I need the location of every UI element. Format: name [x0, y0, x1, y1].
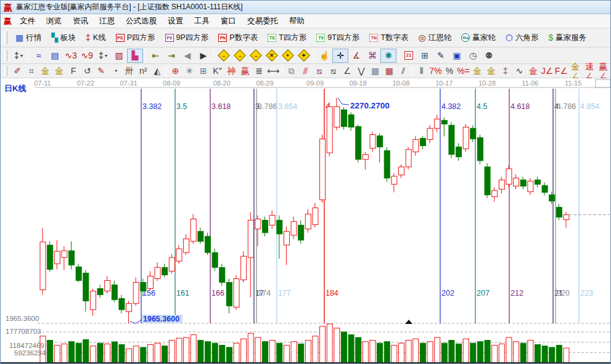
color-histogram-tool[interactable]: ▙ — [127, 49, 143, 63]
system-info-tool[interactable]: ⚉ — [481, 49, 497, 63]
t-number-button[interactable]: TNT数字表 — [364, 30, 413, 45]
first-bar-button[interactable]: ⇤ — [147, 49, 163, 63]
menu-trade[interactable]: 交易委托 — [242, 14, 284, 28]
angle-measure-tool[interactable]: ∡ — [348, 49, 364, 63]
high-annotation[interactable]: 2270.2700 — [350, 101, 390, 110]
percent-strike-tool[interactable]: 7% — [429, 65, 443, 77]
crosshair-tool[interactable]: ✛ — [332, 49, 348, 63]
hand-drag-tool[interactable]: ☝ — [316, 49, 332, 63]
fractal-tool[interactable]: ✺ — [380, 49, 396, 63]
percent-line-tool[interactable]: %= — [456, 65, 470, 77]
calendar-tool[interactable]: 21 — [401, 49, 417, 63]
f-angle-tool[interactable]: F∠ — [554, 65, 568, 77]
angle-ruler-tool[interactable]: ◭ — [150, 65, 165, 77]
ying-tool[interactable]: 赢 — [238, 65, 252, 77]
quotes-button[interactable]: ▦行情 — [10, 30, 46, 45]
gold-circle-tool[interactable]: 金 — [470, 65, 485, 77]
candle — [399, 167, 404, 175]
hexagon-button[interactable]: ⬡六角形 — [501, 30, 544, 45]
gold-line-tool[interactable]: 金 — [485, 65, 499, 77]
su-angle-tool[interactable]: 速∠ — [583, 65, 597, 77]
gann-wheel-button[interactable]: ◎江恩轮 — [414, 30, 457, 45]
kline-style-dropdown[interactable]: ‡▾ — [10, 49, 27, 63]
gold-angle-tool[interactable]: 金∠ — [568, 65, 583, 77]
gann-gold-grid-tool[interactable]: 金 — [38, 65, 52, 77]
zoom-out-button[interactable]: ✕ — [264, 49, 280, 63]
save-tool[interactable]: ▣ — [449, 49, 465, 63]
zoom-all-button[interactable]: ✦ — [296, 49, 312, 63]
span-arrow-tool[interactable]: ⟷ — [266, 65, 281, 77]
winner-service-button[interactable]: $赢家服务 — [543, 30, 591, 45]
menu-help[interactable]: 帮助 — [284, 14, 310, 28]
dot-grid-tool[interactable]: ▩ — [368, 65, 382, 77]
gann-n2-tool[interactable]: n² — [136, 65, 150, 77]
box-pattern-tool[interactable]: ▨ — [111, 49, 127, 63]
percent-tool[interactable]: % — [443, 65, 457, 77]
menu-browse[interactable]: 浏览 — [41, 14, 67, 28]
gold-under-tool[interactable]: 金 — [527, 65, 541, 77]
gann-f-grid-tool[interactable]: F — [67, 65, 81, 77]
k-marks-tool[interactable]: K″ — [210, 65, 224, 77]
gann-box-tool[interactable]: ⌘ — [364, 49, 380, 63]
wave-3-tool[interactable]: ∿3 — [63, 49, 79, 63]
black-fan-box-tool[interactable]: ⧅ — [326, 65, 340, 77]
menu-news[interactable]: 资讯 — [67, 14, 94, 28]
memo-tool[interactable]: ✎ — [433, 49, 449, 63]
gann-grid-tool[interactable]: ⌗ — [25, 65, 39, 77]
brush-tool[interactable]: ✐ — [10, 65, 25, 77]
gann-comb-tool[interactable]: 卅 — [122, 65, 136, 77]
red-grid-tool[interactable]: ▦ — [382, 65, 396, 77]
9p-square-button[interactable]: P99P四方形 — [160, 30, 214, 45]
red-fan-tool[interactable]: ⫻ — [298, 65, 313, 77]
grid-frame-tool[interactable]: ⧉ — [284, 65, 298, 77]
gann-spiral-tool[interactable]: ↺ — [80, 65, 94, 77]
p-number-button[interactable]: PNP数字表 — [213, 30, 263, 45]
zoom-cross-button[interactable]: + — [280, 49, 296, 63]
menu-file[interactable]: 文件 — [14, 14, 41, 28]
p-square-button[interactable]: PSP四方形 — [111, 30, 160, 45]
kline-button[interactable]: ‡K线 — [81, 30, 111, 45]
calculator-tool[interactable]: ⊞ — [417, 49, 433, 63]
menu-settings[interactable]: 设置 — [162, 14, 189, 28]
menu-bar: 赢 文件 浏览 资讯 江恩 公式选股 设置 工具 窗口 交易委托 帮助 — [1, 14, 610, 28]
parallel-lines-tool[interactable]: ⫽ — [396, 65, 411, 77]
zoom-horizontal-button[interactable]: ↔ — [248, 49, 264, 63]
last-bar-button[interactable]: ⇥ — [163, 49, 179, 63]
ruler-123-tool[interactable]: ≣ — [252, 65, 266, 77]
ying-angle-tool[interactable]: 赢∠ — [596, 65, 610, 77]
menu-gann[interactable]: 江恩 — [94, 14, 120, 28]
shen-tool[interactable]: 神 — [224, 65, 239, 77]
pane-splitter[interactable] — [596, 79, 610, 87]
menu-tools[interactable]: 工具 — [189, 14, 215, 28]
zoom-left-button[interactable]: ← — [216, 49, 232, 63]
v-wave-tool[interactable]: ⋁ — [355, 65, 369, 77]
menu-window[interactable]: 窗口 — [215, 14, 242, 28]
chart-surface[interactable]: 07-1107-2207-3108-0908-2008-2909-0909-18… — [1, 78, 611, 364]
next-bar-button[interactable]: ▶ — [195, 49, 211, 63]
timer-tool[interactable]: ◷ — [465, 49, 481, 63]
menu-stock-picker[interactable]: 公式选股 — [120, 14, 162, 28]
gann-pen-tool[interactable]: ✎ — [94, 65, 109, 77]
grid-target-tool[interactable]: ⊞ — [196, 65, 210, 77]
circle-star-tool[interactable]: ✳ — [182, 65, 197, 77]
j-angle-tool[interactable]: J∠ — [540, 65, 554, 77]
info-list-tool[interactable]: ▤ — [47, 49, 63, 63]
zoom-right-button[interactable]: → — [232, 49, 248, 63]
t-square-button[interactable]: TST四方形 — [263, 30, 311, 45]
circle-target-tool[interactable]: ⊕ — [168, 65, 182, 77]
9t-square-button[interactable]: T99T四方形 — [311, 30, 364, 45]
sectors-button[interactable]: ▚板块 — [46, 30, 81, 45]
gann-gold-grid2-tool[interactable]: 金 — [52, 65, 67, 77]
candle-flag-tool[interactable]: ‡ — [498, 65, 512, 77]
winner-wheel-button[interactable]: Big赢家轮 — [456, 30, 501, 45]
trend-angle-tool[interactable]: ∠ — [340, 65, 355, 77]
candle-type-dropdown[interactable]: ‡▾ — [95, 49, 111, 63]
bar-scale-tool[interactable]: ⫴ — [414, 65, 429, 77]
wave-amp-tool[interactable]: ∿ — [512, 65, 527, 77]
purple-fan-box-tool[interactable]: ⧅ — [313, 65, 327, 77]
wave-9-tool[interactable]: ∿9 — [79, 49, 95, 63]
prev-bar-button[interactable]: ◀ — [179, 49, 195, 63]
low-annotation[interactable]: 1965.3600 — [143, 315, 179, 323]
pattern-match-tool[interactable]: ≈ — [31, 49, 47, 63]
gann-clock-tool[interactable]: ◔ — [109, 65, 123, 77]
